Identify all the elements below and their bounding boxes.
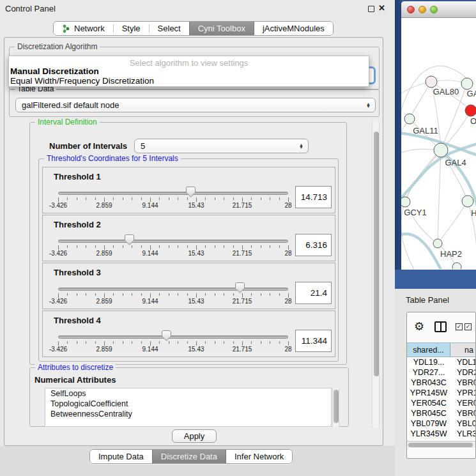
threshold-value-field[interactable]: 11.344 xyxy=(295,330,332,352)
slider-tick xyxy=(95,197,96,200)
slider-tick xyxy=(113,341,114,344)
slider-tick xyxy=(104,293,105,298)
node-label: H xyxy=(471,208,476,218)
table-row[interactable]: YLR345WYLR3 xyxy=(407,429,476,439)
network-node-GCY1[interactable] xyxy=(401,197,410,207)
list-item[interactable]: TopologicalCoefficient xyxy=(45,399,331,409)
minimize-traffic-light[interactable] xyxy=(418,6,426,13)
tab-network[interactable]: Network xyxy=(54,22,113,35)
algorithm-option[interactable]: Equal Width/Frequency Discretization xyxy=(9,76,369,86)
attributes-list-scrollbar[interactable] xyxy=(332,388,339,427)
slider-thumb[interactable] xyxy=(235,282,245,293)
threshold-value-field[interactable]: 14.713 xyxy=(295,186,332,208)
table-horizontal-scrollbar[interactable] xyxy=(407,441,476,448)
numerical-attributes-list[interactable]: SelfLoopsTopologicalCoefficientBetweenne… xyxy=(45,388,332,427)
slider-tick xyxy=(242,341,243,346)
table-row[interactable]: YBR043CYBR0 xyxy=(407,378,476,388)
slider-tick xyxy=(288,197,289,202)
slider-track[interactable] xyxy=(58,192,288,195)
close-traffic-light[interactable] xyxy=(407,6,415,13)
slider-thumb[interactable] xyxy=(125,234,134,245)
list-item[interactable]: BetweennessCentrality xyxy=(45,409,331,419)
tab-cyni-toolbox[interactable]: Cyni Toolbox xyxy=(189,22,254,35)
attributes-group-title: Attributes to discretize xyxy=(35,363,116,372)
slider-tick xyxy=(187,341,188,344)
table-row[interactable]: YDL19...YDL1 xyxy=(407,357,476,367)
slider-tick xyxy=(205,341,206,344)
table-data-combobox[interactable]: galFiltered.sif default node ▲▼ xyxy=(15,98,376,112)
slider-tick xyxy=(279,245,280,248)
tab-discretize-data[interactable]: Discretize Data xyxy=(152,450,226,463)
slider-tick xyxy=(288,293,289,298)
float-window-icon[interactable] xyxy=(368,6,374,12)
slider-tick-label: 15.43 xyxy=(180,250,213,257)
slider-tick-label: 2.859 xyxy=(88,202,121,209)
interval-definition-title: Interval Definition xyxy=(35,118,100,127)
list-item[interactable]: SelfLoops xyxy=(45,388,331,399)
table-panel-inner: ⚙ ✓ ✓ shared...naYDL19...YDL1YDR27...YDR… xyxy=(406,312,476,459)
slider-track[interactable] xyxy=(58,240,288,243)
network-node-right-mid[interactable] xyxy=(462,196,473,207)
slider-thumb[interactable] xyxy=(162,330,171,341)
slider-tick-label: 2.859 xyxy=(88,346,121,353)
threshold-value-field[interactable]: 6.316 xyxy=(295,234,332,256)
table-toolbar: ⚙ ✓ ✓ xyxy=(407,312,475,342)
slider-tick xyxy=(261,293,261,296)
table-scrollbar-thumb[interactable] xyxy=(408,443,473,447)
checkbox-icon[interactable]: ✓ xyxy=(464,323,472,330)
slider-tick xyxy=(123,293,123,296)
threshold-label: Threshold 2 xyxy=(54,220,101,229)
algorithm-option[interactable]: Manual Discretization xyxy=(9,66,369,76)
slider-tick xyxy=(261,341,261,344)
top-tab-label: Cyni Toolbox xyxy=(198,24,245,33)
split-columns-icon[interactable] xyxy=(434,321,447,332)
table-row[interactable]: YBL079WYBL0 xyxy=(407,418,476,429)
node-table: shared...naYDL19...YDL1YDR27...YDR2YBR04… xyxy=(407,342,476,449)
tab-select[interactable]: Select xyxy=(150,22,189,35)
threshold-value-field[interactable]: 21.4 xyxy=(295,282,332,304)
network-node-red-node[interactable] xyxy=(465,105,476,116)
attributes-scrollbar-thumb[interactable] xyxy=(334,390,339,423)
tab-infer-network[interactable]: Infer Network xyxy=(226,450,292,463)
slider-tick xyxy=(270,197,270,200)
slider-tick xyxy=(224,341,224,344)
slider-tick-label: 9.144 xyxy=(134,250,167,257)
slider-thumb[interactable] xyxy=(186,187,196,197)
discretization-algorithm-group-title: Discretization Algorithm xyxy=(15,42,100,51)
slider-track[interactable] xyxy=(58,335,288,339)
slider-track[interactable] xyxy=(58,288,288,291)
network-node-top-right[interactable] xyxy=(461,78,473,89)
table-row[interactable]: YPR145WYPR1 xyxy=(407,388,476,398)
apply-button[interactable]: Apply xyxy=(172,429,217,443)
zoom-traffic-light[interactable] xyxy=(430,6,438,13)
slider-tick xyxy=(141,293,142,296)
panel-scrollbar[interactable] xyxy=(372,121,380,429)
number-of-intervals-combobox[interactable]: 5 ▲▼ xyxy=(134,139,309,153)
control-panel-title: Control Panel xyxy=(5,4,56,13)
network-node-HAP2[interactable] xyxy=(433,239,442,248)
gear-icon[interactable]: ⚙ xyxy=(414,319,424,334)
slider-tick xyxy=(141,197,142,200)
network-node-GAL4[interactable] xyxy=(434,143,448,157)
close-icon[interactable]: ✕ xyxy=(378,3,385,13)
slider-tick xyxy=(77,341,77,344)
column-header-1[interactable]: shared... xyxy=(407,343,450,357)
slider-tick xyxy=(288,341,289,346)
checkbox-icon[interactable]: ✓ xyxy=(456,323,463,330)
network-node-GAL80[interactable] xyxy=(426,76,437,88)
panel-scrollbar-thumb[interactable] xyxy=(374,132,379,376)
tab-jactivemnodules[interactable]: jActiveMNodules xyxy=(254,22,333,35)
tab-style[interactable]: Style xyxy=(114,22,149,35)
table-row[interactable]: YER054CYER0 xyxy=(407,398,476,408)
network-window-titlebar[interactable] xyxy=(401,1,476,18)
tab-impute-data[interactable]: Impute Data xyxy=(90,450,152,463)
slider-tick xyxy=(132,293,132,296)
table-row[interactable]: YBR045CYBR0 xyxy=(407,408,476,418)
column-header-2[interactable]: na xyxy=(450,343,476,357)
top-tab-label: Network xyxy=(74,24,105,33)
network-node-bottom-node[interactable] xyxy=(452,263,461,269)
table-row[interactable]: YDR27...YDR2 xyxy=(407,367,476,378)
thresholds-container: Threshold 1-3.4262.8599.14415.4321.71528… xyxy=(42,167,335,358)
network-canvas[interactable]: GAL80GAOGAL11GAL4GCY1HHAP2 xyxy=(401,18,476,269)
network-node-GAL11[interactable] xyxy=(404,114,415,124)
